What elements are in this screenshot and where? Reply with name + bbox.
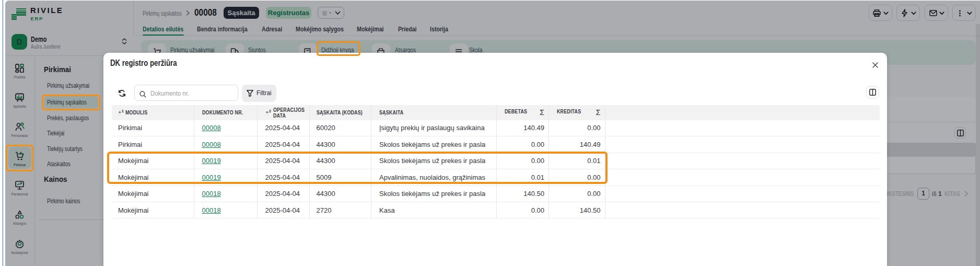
svg-text:2: 2 (269, 109, 271, 113)
svg-text:1: 1 (122, 109, 124, 113)
